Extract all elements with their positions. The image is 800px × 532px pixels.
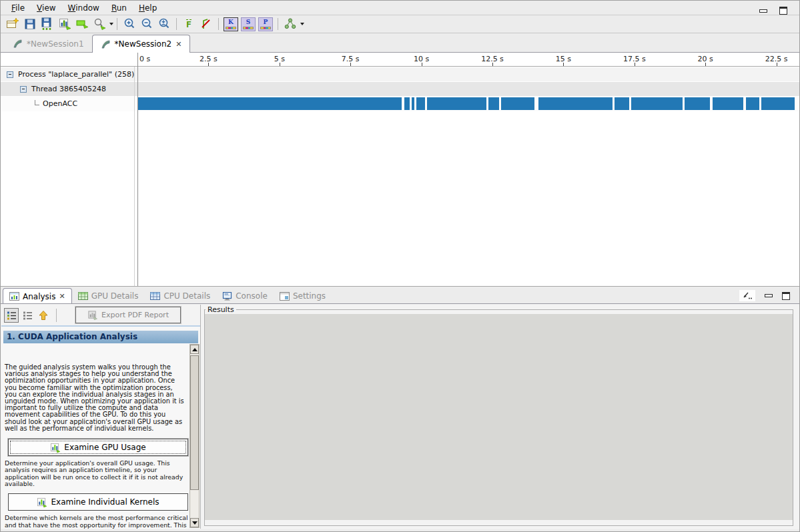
action-button-label: Examine GPU Usage <box>64 443 145 452</box>
save-session-button[interactable] <box>21 17 39 32</box>
scroll-up-button[interactable] <box>190 345 199 354</box>
collapse-thread-icon[interactable] <box>20 86 27 93</box>
timeline-interval[interactable] <box>412 97 414 110</box>
guided-list-icon <box>7 311 17 320</box>
thread-row[interactable] <box>1 82 799 97</box>
color-by-process-toggle[interactable]: P <box>258 17 273 31</box>
results-fieldset: Results <box>204 305 793 526</box>
menu-view[interactable]: View <box>31 2 61 14</box>
session-tab-label: *NewSession2 <box>115 39 172 49</box>
menu-file[interactable]: File <box>6 2 30 14</box>
tab-console[interactable]: Console <box>216 289 274 303</box>
kernel-letter-icon: K <box>228 19 234 25</box>
analysis-chart-icon <box>50 443 60 453</box>
timeline-interval[interactable] <box>501 97 534 110</box>
settings-icon <box>280 292 290 301</box>
add-marker-button[interactable]: F <box>180 17 197 32</box>
timeline-interval[interactable] <box>138 97 402 110</box>
new-session-icon <box>6 17 19 31</box>
session-tab-label: *NewSession1 <box>27 39 84 49</box>
analysis-dropdown-caret[interactable] <box>300 23 304 25</box>
menu-window[interactable]: Window <box>63 2 105 14</box>
analysis-system-button[interactable] <box>282 17 299 32</box>
maximize-icon[interactable] <box>779 7 787 15</box>
zoom-in-icon <box>123 17 136 31</box>
action-button-label: Examine Individual Kernels <box>51 497 159 507</box>
tab-gpu-details[interactable]: GPU Details <box>72 289 145 303</box>
menu-help[interactable]: Help <box>133 2 162 14</box>
clear-marker-icon <box>199 17 213 31</box>
magnifier-run-icon <box>93 17 106 31</box>
generate-timeline-button[interactable] <box>56 17 73 32</box>
view-menu-button[interactable] <box>739 290 755 301</box>
nvidia-visual-profiler-window: { "menu": { "items": ["File", "View", "W… <box>0 0 800 532</box>
tab-analysis[interactable]: Analysis ✕ <box>3 288 72 304</box>
timeline-interval[interactable] <box>416 97 425 110</box>
timeline-splitter[interactable] <box>137 53 138 286</box>
zoom-out-button[interactable] <box>138 17 155 32</box>
timeline-interval[interactable] <box>538 97 613 110</box>
process-tree-label[interactable]: Process "laplace_parallel" (258) <box>18 70 134 79</box>
timeline-interval[interactable] <box>713 97 743 110</box>
tab-session-2[interactable]: *NewSession2 ✕ <box>92 35 191 53</box>
session-icon <box>13 39 23 49</box>
tree-branch-icon <box>35 100 39 105</box>
minimize-icon[interactable] <box>759 9 767 13</box>
guided-analysis-toggle[interactable] <box>4 308 19 323</box>
tab-settings[interactable]: Settings <box>274 289 332 303</box>
action-description: Determine your application's overall GPU… <box>5 460 189 487</box>
collect-dropdown-caret[interactable] <box>109 23 113 25</box>
back-up-button[interactable] <box>36 308 51 323</box>
timeline-interval[interactable] <box>488 97 499 110</box>
bottom-tab-label: Console <box>236 291 268 301</box>
tab-session-1[interactable]: *NewSession1 <box>5 35 92 52</box>
color-by-stream-toggle[interactable]: S <box>241 17 256 31</box>
close-icon[interactable]: ✕ <box>59 293 65 300</box>
examine-gpu-usage-button[interactable]: Examine GPU Usage <box>8 439 188 456</box>
timeline-interval[interactable] <box>615 97 629 110</box>
bottom-tab-label: Analysis <box>23 292 55 301</box>
timeline-interval[interactable] <box>746 97 759 110</box>
analysis-scrollbar[interactable] <box>189 344 199 528</box>
menu-run[interactable]: Run <box>106 2 132 14</box>
scroll-down-button[interactable] <box>190 518 199 527</box>
thread-tree-label[interactable]: Thread 3865405248 <box>31 85 106 93</box>
collapse-process-icon[interactable] <box>7 71 13 78</box>
unguided-analysis-toggle[interactable] <box>20 308 35 323</box>
openacc-track[interactable] <box>1 97 799 111</box>
zoom-fit-button[interactable] <box>155 17 173 32</box>
main-toolbar: F K S P <box>1 15 799 33</box>
tick-label: 7.5 s <box>342 55 360 63</box>
export-pdf-label: Export PDF Report <box>101 311 169 319</box>
results-empty-area <box>205 314 793 520</box>
timeline-interval[interactable] <box>685 97 710 110</box>
maximize-icon[interactable] <box>782 292 790 300</box>
tick-label: 22.5 s <box>765 55 788 63</box>
color-by-kernel-toggle[interactable]: K <box>224 17 238 31</box>
up-triangle-icon <box>192 348 197 351</box>
clear-markers-button[interactable] <box>197 17 215 32</box>
timeline-interval[interactable] <box>631 97 683 110</box>
scrollbar-thumb[interactable] <box>190 355 199 490</box>
timeline-interval[interactable] <box>404 97 410 110</box>
openacc-tree-label[interactable]: OpenACC <box>43 99 77 108</box>
new-session-button[interactable] <box>4 17 21 32</box>
analysis-stage-header: 1. CUDA Application Analysis <box>3 331 198 343</box>
run-analysis-button[interactable] <box>73 17 91 32</box>
zoom-fit-icon <box>157 17 171 31</box>
view-menu-icon <box>742 292 753 300</box>
gpu-details-icon <box>78 292 88 300</box>
zoom-in-button[interactable] <box>121 17 138 32</box>
examine-individual-kernels-button[interactable]: Examine Individual Kernels <box>8 493 188 511</box>
timeline-interval[interactable] <box>427 97 486 110</box>
process-letter-icon: P <box>264 19 268 25</box>
minimize-icon[interactable] <box>765 294 773 297</box>
tab-cpu-details[interactable]: CPU Details <box>144 289 216 303</box>
view-window-controls <box>739 290 790 301</box>
collect-metrics-button[interactable] <box>91 17 108 32</box>
export-pdf-button[interactable]: Export PDF Report <box>75 307 181 323</box>
timeline-interval[interactable] <box>761 97 795 110</box>
close-icon[interactable]: ✕ <box>175 41 181 48</box>
save-all-button[interactable] <box>39 17 56 32</box>
unguided-list-icon <box>23 311 33 320</box>
